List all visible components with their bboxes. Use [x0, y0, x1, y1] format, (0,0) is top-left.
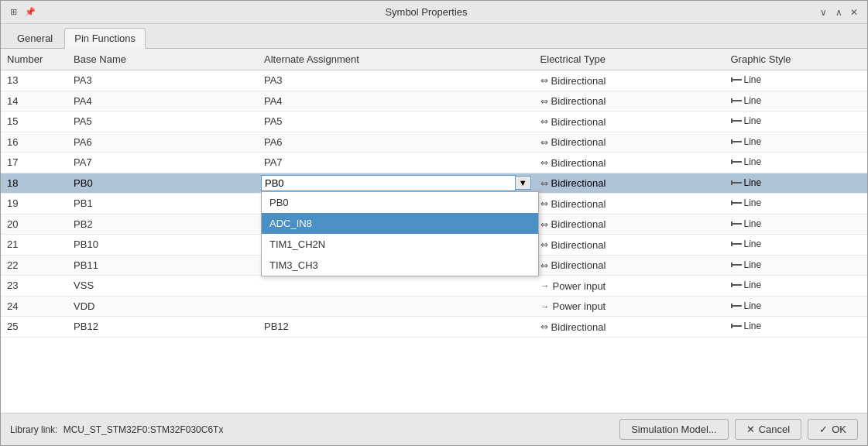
graphic-style-label: Line — [744, 95, 762, 106]
tab-pin-functions[interactable]: Pin Functions — [64, 28, 146, 49]
ok-button[interactable]: ✓ OK — [808, 419, 858, 440]
window-title: Symbol Properties — [36, 6, 816, 18]
cell-base-name: PB12 — [67, 317, 258, 338]
table-row[interactable]: 17 PA7 PA7 ⇔ Bidirectional Line — [1, 153, 867, 173]
cell-base-name: VDD — [67, 296, 258, 317]
minimize-button[interactable]: ∨ — [816, 5, 830, 19]
line-style-icon — [731, 240, 742, 248]
table-row[interactable]: 13 PA3 PA3 ⇔ Bidirectional Line — [1, 70, 867, 91]
electrical-type-label: Bidirectional — [551, 116, 606, 128]
table-row[interactable]: 25 PB12 PB12 ⇔ Bidirectional Line — [1, 317, 867, 338]
cell-electrical-type: ⇔ Bidirectional — [534, 173, 725, 194]
cell-alternate[interactable]: ▼ — [258, 173, 534, 194]
table-header-row: Number Base Name Alternate Assignment El… — [1, 49, 867, 70]
cell-graphic-style: Line — [725, 91, 868, 112]
main-window: ⊞ 📌 Symbol Properties ∨ ∧ ✕ General Pin … — [0, 0, 868, 446]
cell-base-name: PB0 — [67, 173, 258, 194]
cell-number: 18 — [1, 173, 67, 194]
cell-number: 13 — [1, 70, 67, 91]
simulation-model-button[interactable]: Simulation Model... — [619, 419, 729, 440]
dropdown-item[interactable]: TIM3_CH3 — [262, 255, 538, 276]
line-style-icon — [731, 179, 742, 187]
col-header-number: Number — [1, 49, 67, 70]
main-content: Number Base Name Alternate Assignment El… — [1, 49, 867, 413]
cell-number: 17 — [1, 153, 67, 173]
cell-base-name: PA3 — [67, 70, 258, 91]
line-style-icon — [731, 220, 742, 228]
table-container[interactable]: Number Base Name Alternate Assignment El… — [1, 49, 867, 413]
pin-icon: 📌 — [24, 6, 36, 19]
cell-alternate: PA7 — [258, 153, 534, 173]
electrical-type-label: Bidirectional — [551, 95, 606, 107]
cell-base-name: PA7 — [67, 153, 258, 173]
cell-graphic-style: Line — [725, 276, 868, 297]
graphic-style-label: Line — [744, 321, 762, 331]
graphic-style-label: Line — [744, 136, 762, 147]
electrical-type-label: Bidirectional — [551, 321, 606, 333]
graphic-style-label: Line — [744, 280, 762, 290]
bidir-arrow-icon: ⇔ — [540, 116, 548, 127]
table-row[interactable]: 16 PA6 PA6 ⇔ Bidirectional Line — [1, 132, 867, 153]
cell-graphic-style: Line — [725, 70, 868, 91]
table-row[interactable]: 14 PA4 PA4 ⇔ Bidirectional Line — [1, 91, 867, 112]
graphic-style-label: Line — [744, 238, 762, 249]
table-row[interactable]: 18 PB0 ▼ ⇔ Bidirectional Line — [1, 173, 867, 194]
power-arrow-icon: → — [540, 301, 550, 312]
graphic-style-label: Line — [744, 156, 762, 167]
power-arrow-icon: → — [540, 280, 550, 291]
cell-graphic-style: Line — [725, 153, 868, 173]
table-row[interactable]: 23 VSS → Power input Line — [1, 276, 867, 297]
dropdown-item[interactable]: ADC_IN8 — [262, 213, 538, 234]
tab-general[interactable]: General — [7, 28, 63, 48]
line-style-icon — [731, 261, 742, 269]
cell-graphic-style: Line — [725, 255, 868, 276]
maximize-button[interactable]: ∧ — [832, 5, 846, 19]
cell-graphic-style: Line — [725, 214, 868, 235]
app-icon: ⊞ — [7, 6, 19, 19]
title-controls: ∨ ∧ ✕ — [816, 5, 861, 19]
combo-dropdown-button[interactable]: ▼ — [516, 176, 531, 190]
line-style-icon — [731, 322, 742, 330]
library-link: Library link: MCU_ST_STM32F0:STM32F030C6… — [10, 424, 223, 435]
line-style-icon — [731, 97, 742, 105]
bidir-arrow-icon: ⇔ — [540, 96, 548, 107]
cell-alternate — [258, 296, 534, 317]
table-row[interactable]: 24 VDD → Power input Line — [1, 296, 867, 317]
electrical-type-label: Bidirectional — [551, 259, 606, 271]
cell-number: 21 — [1, 235, 67, 256]
graphic-style-label: Line — [744, 197, 762, 208]
line-style-icon — [731, 117, 742, 125]
table-row[interactable]: 15 PA5 PA5 ⇔ Bidirectional Line — [1, 112, 867, 132]
cell-number: 22 — [1, 255, 67, 276]
close-button[interactable]: ✕ — [847, 5, 861, 19]
electrical-type-label: Bidirectional — [551, 198, 606, 210]
electrical-type-label: Bidirectional — [551, 157, 606, 169]
cell-base-name: PA5 — [67, 112, 258, 132]
cell-number: 23 — [1, 276, 67, 297]
alternate-input[interactable] — [261, 175, 516, 191]
line-style-icon — [731, 281, 742, 289]
cell-number: 16 — [1, 132, 67, 153]
bidir-arrow-icon: ⇔ — [540, 137, 548, 148]
electrical-type-label: Bidirectional — [551, 136, 606, 148]
graphic-style-label: Line — [744, 300, 762, 311]
cell-number: 20 — [1, 214, 67, 235]
cell-electrical-type: ⇔ Bidirectional — [534, 153, 725, 173]
cell-electrical-type: ⇔ Bidirectional — [534, 112, 725, 132]
cell-electrical-type: ⇔ Bidirectional — [534, 132, 725, 153]
alternate-dropdown[interactable]: PB0ADC_IN8TIM1_CH2NTIM3_CH3 — [261, 191, 539, 276]
dropdown-item[interactable]: TIM1_CH2N — [262, 234, 538, 255]
dropdown-item[interactable]: PB0 — [262, 192, 538, 213]
bidir-arrow-icon: ⇔ — [540, 219, 548, 230]
cell-graphic-style: Line — [725, 296, 868, 317]
graphic-style-label: Line — [744, 218, 762, 229]
ok-icon: ✓ — [819, 424, 828, 435]
cell-graphic-style: Line — [725, 235, 868, 256]
cell-electrical-type: ⇔ Bidirectional — [534, 70, 725, 91]
cell-number: 15 — [1, 112, 67, 132]
cell-base-name: PB1 — [67, 194, 258, 214]
cell-graphic-style: Line — [725, 194, 868, 214]
cancel-button[interactable]: ✕ Cancel — [735, 419, 801, 440]
cell-alternate: PA4 — [258, 91, 534, 112]
graphic-style-label: Line — [744, 115, 762, 126]
